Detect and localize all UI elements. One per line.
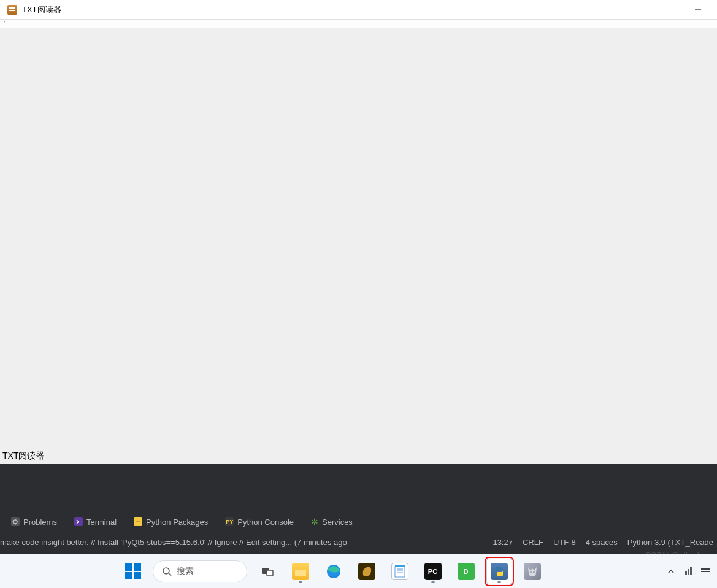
tray-chevron-icon[interactable] (665, 566, 677, 577)
ide-tool-tabs: Problems Terminal Python Packages PY Pyt… (0, 513, 717, 531)
notepad-icon (391, 563, 408, 580)
taskbar-notepad[interactable] (387, 559, 413, 584)
status-label: TXT阅读器 (2, 451, 44, 462)
taskbar-explorer[interactable] (288, 559, 313, 584)
svg-rect-13 (395, 567, 405, 577)
svg-point-1 (13, 520, 17, 524)
search-placeholder: 搜索 (177, 566, 194, 577)
app-window: TXT阅读器 : TXT阅读器 (0, 0, 717, 464)
tray-app-icon[interactable] (683, 566, 694, 577)
edge-icon (325, 563, 342, 580)
services-icon: ✲ (311, 517, 318, 527)
svg-rect-20 (685, 571, 687, 575)
taskview-icon (259, 563, 276, 580)
titlebar[interactable]: TXT阅读器 (0, 0, 717, 20)
package-icon (134, 517, 142, 526)
svg-line-8 (169, 573, 171, 576)
svg-rect-6 (136, 519, 140, 524)
reader-content[interactable] (0, 28, 717, 464)
python-app-icon (491, 563, 508, 580)
windows-icon (125, 563, 141, 579)
status-col[interactable]: 13:27 (493, 538, 513, 547)
taskbar-python-active[interactable] (486, 559, 512, 584)
svg-point-7 (163, 568, 169, 574)
svg-rect-21 (688, 569, 689, 575)
status-indent[interactable]: 4 spaces (586, 538, 618, 547)
svg-point-19 (533, 571, 534, 573)
status-encoding[interactable]: UTF-8 (553, 538, 576, 547)
tab-problems[interactable]: Problems (11, 517, 57, 527)
pycharm-icon: PC (424, 563, 442, 580)
svg-rect-17 (395, 565, 405, 567)
d-icon: D (458, 563, 475, 580)
status-interpreter[interactable]: Python 3.9 (TXT_Reade (627, 538, 713, 547)
tab-packages-label: Python Packages (146, 517, 208, 527)
taskbar-pycharm[interactable]: PC (420, 559, 446, 584)
taskview-button[interactable] (255, 559, 280, 584)
svg-rect-11 (295, 570, 306, 576)
tab-problems-label: Problems (23, 517, 57, 527)
tab-terminal[interactable]: Terminal (74, 517, 117, 527)
taskbar-misc[interactable] (520, 559, 545, 584)
tab-services-label: Services (322, 517, 353, 527)
ide-status-message[interactable]: make code insight better. // Install 'Py… (0, 538, 493, 547)
tab-services[interactable]: ✲ Services (311, 517, 353, 527)
menubar-hint: : (4, 20, 6, 26)
bug-icon (11, 517, 20, 526)
svg-point-18 (530, 571, 531, 573)
svg-rect-22 (690, 567, 692, 575)
dbeaver-icon (358, 563, 375, 580)
system-tray (665, 566, 717, 577)
app-icon (7, 5, 17, 15)
menubar[interactable]: : (0, 20, 717, 28)
tab-console-label: Python Console (237, 517, 294, 527)
search-icon (162, 567, 172, 576)
start-button[interactable] (121, 559, 145, 584)
window-title: TXT阅读器 (22, 4, 61, 15)
terminal-icon (74, 517, 83, 526)
python-icon: PY (225, 517, 234, 526)
taskbar-d[interactable]: D (453, 559, 479, 584)
taskbar-dbeaver[interactable] (354, 559, 380, 584)
status-line-separator[interactable]: CRLF (523, 538, 543, 547)
folder-icon (292, 563, 309, 580)
taskbar-search[interactable]: 搜索 (153, 560, 247, 582)
tab-terminal-label: Terminal (86, 517, 117, 527)
ide-status-bar: make code insight better. // Install 'Py… (0, 533, 717, 551)
svg-rect-10 (267, 570, 273, 576)
tab-python-packages[interactable]: Python Packages (134, 517, 208, 527)
windows-taskbar: 搜索 PC (0, 554, 717, 588)
wolf-icon (524, 563, 541, 580)
taskbar-edge[interactable] (321, 559, 347, 584)
tab-python-console[interactable]: PY Python Console (225, 517, 294, 527)
minimize-button[interactable] (684, 0, 712, 20)
tray-more-icon[interactable] (700, 566, 711, 577)
